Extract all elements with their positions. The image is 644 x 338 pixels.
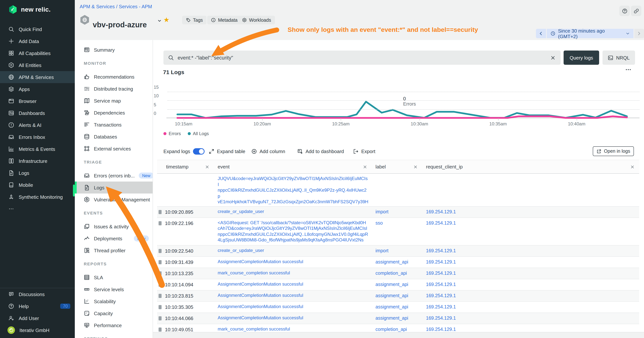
sidebar-scrollbar-thumb[interactable] <box>73 185 75 196</box>
time-range-button[interactable]: Since 30 minutes ago (GMT+2) <box>547 29 634 38</box>
event-link[interactable]: mark_course_completion successful <box>218 270 290 276</box>
sidebar-item-more[interactable] <box>0 203 75 215</box>
ip-link[interactable]: 169.254.129.1 <box>426 304 456 309</box>
row-expand-marker[interactable] <box>158 282 162 286</box>
ip-link[interactable]: 169.254.129.1 <box>426 220 456 225</box>
row-expand-marker[interactable] <box>158 210 162 214</box>
subnav-item-service-levels[interactable]: Service levels <box>75 283 152 295</box>
label-link[interactable]: import <box>376 248 388 253</box>
subnav-item-summary[interactable]: Summary <box>75 44 152 56</box>
row-expand-marker[interactable] <box>158 327 162 331</box>
legend-item-errors[interactable]: Errors <box>164 131 181 136</box>
add-to-dashboard-button[interactable]: Add to dashboard <box>297 146 344 156</box>
subnav-item-service-map[interactable]: Service map <box>75 95 152 107</box>
sidebar-item-infrastructure[interactable]: Infrastructure <box>0 155 75 167</box>
sidebar-item-metrics-events[interactable]: Metrics & Events <box>0 143 75 155</box>
expand-logs-toggle[interactable] <box>193 148 204 154</box>
ip-link[interactable]: 169.254.129.1 <box>426 248 456 253</box>
metadata-button[interactable]: Metadata <box>207 16 241 24</box>
column-header-event[interactable]: event <box>214 160 372 173</box>
sidebar-item-apm-services[interactable]: APM & Services <box>0 71 75 83</box>
subnav-item-capacity[interactable]: Capacity <box>75 307 152 319</box>
title-chevron-down-icon[interactable] <box>158 19 162 23</box>
copy-link-button[interactable] <box>631 6 642 16</box>
breadcrumb-link-services-apm[interactable]: Services - APM <box>119 4 152 9</box>
column-close-icon[interactable] <box>205 165 210 169</box>
label-link[interactable]: import <box>376 209 388 214</box>
sidebar-item-add-data[interactable]: Add Data <box>0 35 75 47</box>
subnav-item-sla[interactable]: SLA <box>75 271 152 283</box>
subnav-item-errors-errors-inb[interactable]: Errors (errors inb...New <box>75 170 152 182</box>
sidebar-item-quick-find[interactable]: Quick Find <box>0 23 75 35</box>
subnav-item-distributed-tracing[interactable]: Distributed tracing <box>75 83 152 95</box>
column-header-timestamp[interactable]: timestamp <box>157 160 214 173</box>
subnav-item-recommendations[interactable]: Recommendations <box>75 71 152 83</box>
table-row[interactable]: 10:09:31.439AssignmentCompletionMutation… <box>157 257 639 268</box>
ip-link[interactable]: 169.254.129.1 <box>426 282 456 287</box>
event-link[interactable]: create_or_update_user <box>218 248 264 253</box>
table-row[interactable]: 10:09:22.196<ASGIRequest: GET '/sso/call… <box>157 218 639 245</box>
new-relic-logo[interactable]: new relic. <box>8 5 51 14</box>
legend-item-all-logs[interactable]: All Logs <box>188 131 209 136</box>
column-header-label[interactable]: label <box>372 160 422 173</box>
row-expand-marker[interactable] <box>158 294 162 298</box>
table-row[interactable]: 10:09:22.540create_or_update_userimport1… <box>157 245 639 257</box>
clear-query-icon[interactable] <box>550 55 555 60</box>
tags-button[interactable]: Tags <box>182 16 207 24</box>
sidebar-item-iterativ-gmbh[interactable]: Iterativ GmbH <box>0 324 75 336</box>
event-link[interactable]: create_or_update_user <box>218 209 264 214</box>
label-link[interactable]: assignment_api <box>376 315 408 321</box>
label-link[interactable]: assignment_api <box>376 282 408 287</box>
ip-link[interactable]: 169.254.129.1 <box>426 259 456 265</box>
subnav-item-thread-profiler[interactable]: Thread profiler <box>75 244 152 256</box>
sidebar-item-errors-inbox[interactable]: Errors Inbox <box>0 131 75 143</box>
sidebar-item-help[interactable]: Help70 <box>0 300 75 312</box>
sidebar-item-mobile[interactable]: Mobile <box>0 179 75 191</box>
event-link[interactable]: AssignmentCompletionMutation successful <box>218 282 303 287</box>
event-link[interactable]: <ASGIRequest: GET '/sso/callback/?state=… <box>218 220 368 242</box>
expand-table-button[interactable]: Expand table <box>209 146 245 156</box>
sidebar-item-browser[interactable]: Browser <box>0 95 75 107</box>
subnav-item-vulnerability-management[interactable]: Vulnerability Management <box>75 193 152 205</box>
column-close-icon[interactable] <box>630 165 635 169</box>
ip-link[interactable]: 169.254.129.1 <box>426 327 456 332</box>
sidebar-item-apps[interactable]: Apps <box>0 83 75 95</box>
subnav-item-databases[interactable]: Databases <box>75 131 152 143</box>
table-row[interactable]: 10:10:14.094AssignmentCompletionMutation… <box>157 279 639 290</box>
event-link[interactable]: mark_course_completion successful <box>218 326 290 332</box>
label-link[interactable]: completion_api <box>376 327 407 332</box>
sidebar-item-alerts-ai[interactable]: Alerts & AI <box>0 119 75 131</box>
label-link[interactable]: assignment_api <box>376 259 408 265</box>
subnav-item-performance[interactable]: Performance <box>75 319 152 331</box>
ip-link[interactable]: 169.254.129.1 <box>426 209 456 214</box>
subnav-item-issues-activity[interactable]: Issues & activity <box>75 220 152 232</box>
table-row[interactable]: 10:10:44.066AssignmentCompletionMutation… <box>157 313 639 324</box>
ip-link[interactable]: 169.254.129.1 <box>426 293 456 298</box>
sidebar-item-dashboards[interactable]: Dashboards <box>0 107 75 119</box>
table-row[interactable]: 10:10:23.815AssignmentCompletionMutation… <box>157 290 639 301</box>
workloads-button[interactable]: Workloads <box>238 16 275 24</box>
event-link[interactable]: AssignmentCompletionMutation successful <box>218 315 303 320</box>
row-expand-marker[interactable] <box>158 221 162 225</box>
subnav-item-deployments[interactable]: DeploymentsNew <box>75 232 152 244</box>
sidebar-item-all-entities[interactable]: All Entities <box>0 59 75 71</box>
table-row[interactable]: JUQVU&code=eyJraWQiOiJjcGltY29yZV8wOTI1M… <box>157 174 639 206</box>
table-row[interactable]: 10:09:20.895create_or_update_userimport1… <box>157 206 639 218</box>
expand-logs-toggle-group[interactable]: Expand logs <box>164 146 204 156</box>
sidebar-item-add-user[interactable]: Add User <box>0 312 75 324</box>
row-expand-marker[interactable] <box>158 316 162 320</box>
subnav-item-transactions[interactable]: Transactions <box>75 119 152 131</box>
event-link[interactable]: AssignmentCompletionMutation successful <box>218 293 303 298</box>
column-close-icon[interactable] <box>413 165 418 169</box>
sidebar-item-synthetic-monitoring[interactable]: Synthetic Monitoring <box>0 191 75 203</box>
label-link[interactable]: assignment_api <box>376 304 408 309</box>
label-link[interactable]: sso <box>376 220 383 225</box>
time-back-button[interactable] <box>536 29 546 38</box>
column-header-request-client-ip[interactable]: request_client_ip <box>422 160 639 173</box>
sidebar-item-logs[interactable]: Logs <box>0 167 75 179</box>
export-button[interactable]: Export <box>353 146 375 156</box>
table-row[interactable]: 10:10:35.305AssignmentCompletionMutation… <box>157 301 639 313</box>
row-expand-marker[interactable] <box>158 305 162 309</box>
row-expand-marker[interactable] <box>158 260 162 264</box>
nrql-button[interactable]: NRQL <box>602 51 635 65</box>
